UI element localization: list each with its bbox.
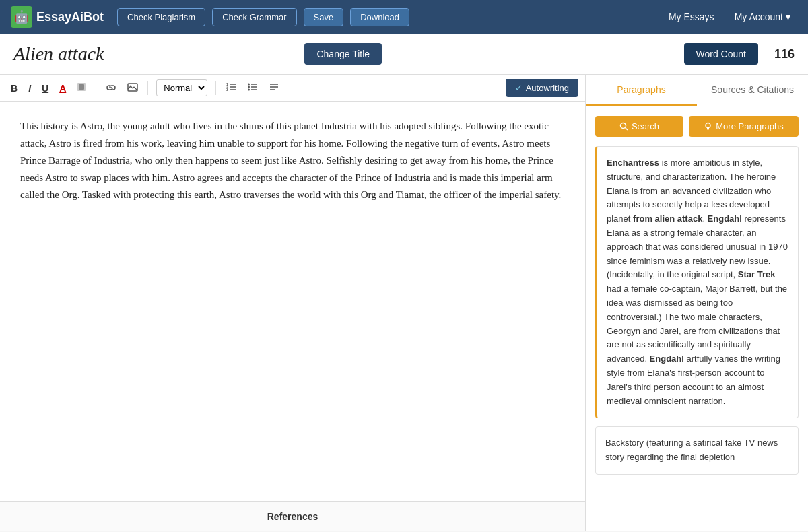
- paragraph-card[interactable]: Backstory (featuring a satirical fake TV…: [595, 426, 799, 475]
- brand-name: EssayAiBot: [36, 10, 104, 24]
- unordered-list-button[interactable]: [243, 79, 262, 96]
- autowriting-check-icon: ✓: [515, 83, 523, 93]
- paragraph-cards-container: Enchantress is more ambitious in style, …: [595, 146, 799, 475]
- italic-button[interactable]: I: [24, 80, 35, 96]
- panel-tabs: Paragraphs Sources & Citations: [586, 75, 808, 106]
- lightbulb-icon: [704, 122, 712, 131]
- editor-toolbar: B I U A: [0, 75, 585, 102]
- word-count-button[interactable]: Word Count: [684, 43, 758, 65]
- link-icon: [106, 84, 116, 92]
- format-select[interactable]: Normal: [156, 79, 207, 96]
- highlight-button[interactable]: [73, 79, 90, 96]
- highlight-icon: [77, 82, 86, 92]
- bold-text: from alien attack: [633, 213, 702, 224]
- paragraph-card[interactable]: Enchantress is more ambitious in style, …: [595, 146, 799, 418]
- essay-title: Alien attack: [13, 43, 294, 65]
- normal-text: Backstory (featuring a satirical fake TV…: [605, 438, 778, 462]
- download-button[interactable]: Download: [350, 8, 409, 26]
- editor-content[interactable]: This history is Astro, the young adult w…: [0, 102, 585, 501]
- word-count-number: 116: [774, 47, 795, 61]
- image-icon: [127, 83, 138, 92]
- panel-actions: Search More Paragraphs: [595, 116, 799, 137]
- svg-point-14: [248, 84, 250, 86]
- references-label: References: [267, 511, 318, 522]
- svg-rect-1: [79, 84, 84, 90]
- bold-text: Engdahl: [708, 213, 742, 224]
- ordered-list-button[interactable]: 1 2 3: [222, 79, 240, 96]
- unordered-list-icon: [247, 82, 258, 92]
- my-account-label: My Account: [735, 11, 783, 22]
- account-chevron-icon: ▾: [786, 11, 790, 22]
- change-title-button[interactable]: Change Title: [304, 43, 382, 65]
- more-paragraphs-button[interactable]: More Paragraphs: [689, 116, 799, 137]
- check-plagiarism-button[interactable]: Check Plagiarism: [117, 8, 205, 26]
- title-bar: Alien attack Change Title Word Count 116: [0, 34, 808, 75]
- autowriting-label: Autowriting: [526, 83, 569, 93]
- search-icon: [619, 122, 628, 131]
- check-grammar-button[interactable]: Check Grammar: [212, 8, 296, 26]
- my-account-menu[interactable]: My Account ▾: [728, 8, 797, 26]
- editor-text[interactable]: This history is Astro, the young adult w…: [20, 118, 565, 204]
- svg-point-16: [248, 89, 250, 91]
- svg-point-22: [706, 123, 710, 128]
- font-color-button[interactable]: A: [55, 80, 70, 96]
- toolbar-divider-2: [147, 81, 148, 95]
- bold-text: Engdahl: [650, 354, 684, 364]
- save-button[interactable]: Save: [304, 8, 344, 26]
- normal-text: had a female co-captain, Major Barrett, …: [607, 284, 787, 364]
- svg-point-20: [620, 123, 626, 129]
- autowriting-button[interactable]: ✓ Autowriting: [506, 79, 578, 97]
- main-layout: B I U A: [0, 75, 808, 531]
- align-icon: [269, 82, 279, 92]
- editor-panel: B I U A: [0, 75, 586, 531]
- right-panel: Paragraphs Sources & Citations Search: [586, 75, 808, 531]
- svg-text:3: 3: [226, 88, 228, 92]
- toolbar-divider-1: [96, 81, 96, 95]
- svg-point-15: [248, 86, 250, 88]
- underline-button[interactable]: U: [38, 80, 53, 96]
- brand-icon: 🤖: [11, 6, 32, 28]
- svg-line-21: [625, 128, 628, 131]
- image-button[interactable]: [123, 80, 142, 96]
- bold-button[interactable]: B: [7, 80, 22, 96]
- link-button[interactable]: [102, 80, 121, 96]
- tab-sources-citations[interactable]: Sources & Citations: [697, 75, 808, 106]
- ordered-list-icon: 1 2 3: [226, 82, 236, 92]
- search-button[interactable]: Search: [595, 116, 683, 137]
- bold-text: Enchantress: [607, 158, 659, 168]
- bold-text: Star Trek: [738, 269, 776, 279]
- brand-logo: 🤖 EssayAiBot: [11, 6, 104, 28]
- navbar: 🤖 EssayAiBot Check Plagiarism Check Gram…: [0, 0, 808, 34]
- panel-content: Search More Paragraphs Enchantress is mo…: [586, 106, 808, 531]
- normal-text: .: [702, 213, 707, 224]
- align-button[interactable]: [265, 79, 283, 96]
- tab-paragraphs[interactable]: Paragraphs: [586, 75, 697, 106]
- my-essays-link[interactable]: My Essays: [662, 8, 721, 26]
- references-section: References: [0, 501, 585, 531]
- toolbar-divider-3: [215, 81, 216, 95]
